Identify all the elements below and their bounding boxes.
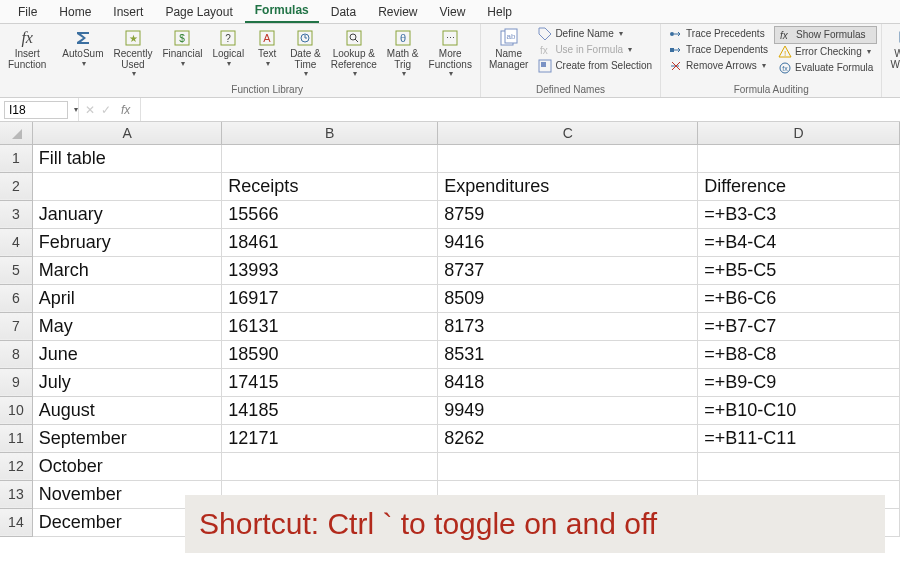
col-header-C[interactable]: C (438, 122, 698, 144)
cell[interactable]: 18590 (222, 340, 438, 368)
name-manager-button[interactable]: ab Name Manager (485, 26, 532, 72)
cell[interactable]: 8509 (438, 284, 698, 312)
tab-page-layout[interactable]: Page Layout (155, 2, 242, 23)
row-header[interactable]: 5 (0, 256, 32, 284)
cell[interactable]: 8531 (438, 340, 698, 368)
row-header[interactable]: 3 (0, 200, 32, 228)
row-header[interactable]: 12 (0, 452, 32, 480)
cell[interactable]: Receipts (222, 172, 438, 200)
cell[interactable]: September (32, 424, 222, 452)
cell[interactable] (438, 452, 698, 480)
cell[interactable]: 9416 (438, 228, 698, 256)
cell[interactable]: =+B11-C11 (698, 424, 900, 452)
tab-view[interactable]: View (430, 2, 476, 23)
tab-formulas[interactable]: Formulas (245, 0, 319, 23)
cell[interactable]: 15566 (222, 200, 438, 228)
cell[interactable]: 16917 (222, 284, 438, 312)
tab-file[interactable]: File (8, 2, 47, 23)
col-header-D[interactable]: D (698, 122, 900, 144)
cell[interactable]: February (32, 228, 222, 256)
error-checking-button[interactable]: ! Error Checking▾ (774, 44, 877, 60)
row-header[interactable]: 2 (0, 172, 32, 200)
cell[interactable]: August (32, 396, 222, 424)
cell[interactable] (698, 452, 900, 480)
tab-help[interactable]: Help (477, 2, 522, 23)
tab-data[interactable]: Data (321, 2, 366, 23)
math-trig-button[interactable]: θ Math & Trig▾ (383, 26, 423, 80)
fx-icon[interactable]: fx (117, 103, 134, 117)
recently-used-button[interactable]: ★ Recently Used▾ (110, 26, 157, 80)
cancel-icon[interactable]: ✕ (85, 103, 95, 117)
more-functions-button[interactable]: ⋯ More Functions▾ (425, 26, 476, 80)
financial-button[interactable]: $ Financial▾ (158, 26, 206, 70)
row-header[interactable]: 11 (0, 424, 32, 452)
cell[interactable]: =+B9-C9 (698, 368, 900, 396)
name-box[interactable] (4, 101, 68, 119)
remove-arrows-button[interactable]: Remove Arrows▾ (665, 58, 772, 74)
lookup-reference-button[interactable]: Lookup & Reference▾ (327, 26, 381, 80)
trace-dependents-button[interactable]: Trace Dependents (665, 42, 772, 58)
logical-button[interactable]: ? Logical▾ (208, 26, 248, 70)
cell[interactable]: October (32, 452, 222, 480)
cell[interactable] (222, 452, 438, 480)
cell[interactable] (32, 172, 222, 200)
cell[interactable]: =+B6-C6 (698, 284, 900, 312)
cell[interactable]: =+B3-C3 (698, 200, 900, 228)
cell[interactable]: 18461 (222, 228, 438, 256)
row-header[interactable]: 7 (0, 312, 32, 340)
cell[interactable]: 12171 (222, 424, 438, 452)
cell[interactable]: Fill table (32, 144, 222, 172)
cell[interactable] (698, 144, 900, 172)
show-formulas-button[interactable]: fx Show Formulas (774, 26, 877, 44)
row-header[interactable]: 14 (0, 508, 32, 536)
cell[interactable]: 8418 (438, 368, 698, 396)
tab-review[interactable]: Review (368, 2, 427, 23)
cell[interactable]: =+B10-C10 (698, 396, 900, 424)
cell[interactable]: 16131 (222, 312, 438, 340)
spreadsheet-grid[interactable]: A B C D 1 Fill table 2 ReceiptsExpenditu… (0, 122, 900, 537)
cell[interactable] (222, 144, 438, 172)
cell[interactable]: January (32, 200, 222, 228)
col-header-B[interactable]: B (222, 122, 438, 144)
tab-home[interactable]: Home (49, 2, 101, 23)
cell[interactable]: =+B5-C5 (698, 256, 900, 284)
row-header[interactable]: 4 (0, 228, 32, 256)
cell[interactable]: =+B8-C8 (698, 340, 900, 368)
col-header-A[interactable]: A (32, 122, 222, 144)
cell[interactable]: 17415 (222, 368, 438, 396)
cell[interactable]: April (32, 284, 222, 312)
cell[interactable]: May (32, 312, 222, 340)
cell[interactable]: 8759 (438, 200, 698, 228)
cell[interactable]: 8737 (438, 256, 698, 284)
row-header[interactable]: 8 (0, 340, 32, 368)
cell[interactable]: Expenditures (438, 172, 698, 200)
cell[interactable]: 13993 (222, 256, 438, 284)
cell[interactable]: March (32, 256, 222, 284)
define-name-button[interactable]: Define Name▾ (534, 26, 656, 42)
cell[interactable]: 9949 (438, 396, 698, 424)
watch-window-button[interactable]: Watch Window (886, 26, 900, 72)
create-from-selection-button[interactable]: Create from Selection (534, 58, 656, 74)
cell[interactable]: Difference (698, 172, 900, 200)
tab-insert[interactable]: Insert (103, 2, 153, 23)
row-header[interactable]: 1 (0, 144, 32, 172)
formula-bar[interactable] (141, 101, 900, 119)
row-header[interactable]: 10 (0, 396, 32, 424)
insert-function-button[interactable]: fx Insert Function (4, 26, 50, 72)
text-button[interactable]: A Text▾ (250, 26, 284, 70)
cell[interactable]: July (32, 368, 222, 396)
select-all-corner[interactable] (0, 122, 32, 144)
use-in-formula-button[interactable]: fx Use in Formula▾ (534, 42, 656, 58)
row-header[interactable]: 6 (0, 284, 32, 312)
enter-icon[interactable]: ✓ (101, 103, 111, 117)
autosum-button[interactable]: AutoSum▾ (58, 26, 107, 70)
cell[interactable]: =+B4-C4 (698, 228, 900, 256)
cell[interactable]: 8173 (438, 312, 698, 340)
evaluate-formula-button[interactable]: fx Evaluate Formula (774, 60, 877, 76)
cell[interactable]: June (32, 340, 222, 368)
date-time-button[interactable]: Date & Time▾ (286, 26, 325, 80)
cell[interactable]: 8262 (438, 424, 698, 452)
row-header[interactable]: 13 (0, 480, 32, 508)
cell[interactable]: =+B7-C7 (698, 312, 900, 340)
cell[interactable]: 14185 (222, 396, 438, 424)
